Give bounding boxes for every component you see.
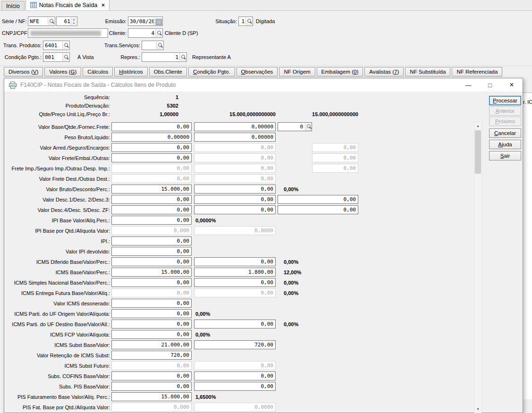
repres-magnifier-icon[interactable] [179,53,186,61]
field-row: ICMS Parti. do UF Origem Valor/Alíquota:… [4,309,486,319]
magnifier-icon[interactable] [305,123,312,131]
toolbar-button-avalistas-7[interactable]: Avalistas (7) [364,67,404,76]
serie-magnifier-icon[interactable] [48,17,54,25]
toolbar-button-valores-g[interactable]: Valores (G) [44,67,81,76]
field-label: Valor Base/Qtde./Fornec.Frete: [4,124,110,130]
situacao-magnifier-icon[interactable] [245,17,252,25]
field-cell [111,236,192,245]
tab-bar: Início Notas Fiscais de Saída × [0,0,532,11]
tab-inicio[interactable]: Início [1,1,25,10]
field-row: Subs. PIS Base/Valor: [4,381,486,392]
toolbar-button-calculos[interactable]: Cálculos [83,67,113,76]
scrollbar-thumb[interactable] [475,130,481,174]
trans-servicos-magnifier-icon[interactable] [156,42,163,49]
field-input[interactable] [111,143,192,152]
scrollbar-down-icon[interactable]: ▼ [474,405,481,413]
field-cell [278,195,358,204]
toolbar-button-condicao-pgto[interactable]: Condição Pgto. [188,67,235,76]
trans-produtos-magnifier-icon[interactable] [62,42,69,49]
toolbar-button-obs-cliente[interactable]: Obs.Cliente [149,67,187,76]
field-label: Valor IPI devolvido: [4,249,110,254]
field-input[interactable] [111,299,192,308]
maximize-button[interactable]: □ [479,78,501,92]
nf-spinner-up-icon[interactable]: ▲ [71,17,76,21]
field-input[interactable] [111,247,192,256]
field-input[interactable] [111,309,192,318]
field-input[interactable] [111,216,192,225]
field-row: IPI Base por Qtd./Alíquota Valor: [4,226,486,236]
field-input[interactable] [194,185,276,194]
field-input[interactable] [111,278,192,287]
field-input[interactable] [111,195,192,204]
cnpj-label: CNPJ/CPF: [2,30,26,36]
field-label: ICMS Simples Nacional Base/Valor/Perc.: [4,280,110,286]
field-input[interactable] [278,195,358,204]
field-cell [194,288,276,297]
field-input[interactable] [194,195,276,204]
toolbar-button-embalagem-0[interactable]: Embalagem (0) [317,67,363,76]
side-button-cancelar[interactable]: Cancelar [489,128,521,138]
dialog-titlebar[interactable]: F140CIP - Notas Fiscais de Saída - Cálcu… [4,78,523,92]
tab-close-icon[interactable]: × [101,2,105,8]
field-input[interactable] [194,122,276,131]
toolbar-button-observacoes[interactable]: Observações [236,67,278,76]
field-input[interactable] [111,122,192,131]
field-input[interactable] [194,382,276,391]
tab-notas-fiscais[interactable]: Notas Fiscais de Saída × [25,0,110,10]
field-input[interactable] [111,185,192,194]
field-input[interactable] [111,340,192,349]
field-input[interactable] [111,371,192,380]
field-input[interactable] [111,236,192,245]
field-cell [111,122,192,131]
field-input[interactable] [111,257,192,266]
condicao-pgto-magnifier-icon[interactable] [62,53,69,61]
toolbar-button-nf-origem[interactable]: NF Origem [279,67,315,76]
trans-servicos-field-wrap [142,41,164,50]
side-button-processar[interactable]: Processar [489,96,521,105]
minimize-button[interactable]: — [457,78,479,92]
field-input[interactable] [111,330,192,339]
field-cell [194,164,276,173]
field-input[interactable] [111,320,192,329]
scrollbar-up-icon[interactable]: ▲ [474,122,481,130]
field-input[interactable] [194,133,276,142]
field-input[interactable] [111,153,192,162]
field-row: ICMS FCP Valor/Alíquota:0,00% [4,329,486,340]
field-cell [194,340,276,349]
field-input[interactable] [111,392,192,401]
field-input[interactable] [194,320,276,329]
field-input[interactable] [194,268,276,277]
toolbar-button-nf-substituida[interactable]: NF Substituída [405,67,450,76]
close-button[interactable]: × [501,78,523,92]
field-input[interactable] [194,340,276,349]
toolbar-button-historicos[interactable]: Históricos [114,67,148,76]
field-label: Subs. PIS Base/Valor: [4,384,110,389]
field-input[interactable] [194,205,276,214]
emissao-calendar-icon[interactable] [154,17,162,25]
field-input[interactable] [111,351,192,360]
field-label: IPI.: [4,238,110,244]
tab-inicio-label: Início [6,3,20,9]
emissao-field-wrap [128,17,163,26]
side-button-ajuda[interactable]: Ajuda [489,140,521,149]
field-input[interactable] [111,268,192,277]
cliente-magnifier-icon[interactable] [155,29,162,37]
side-button-sair[interactable]: Sair [489,151,521,160]
field-input[interactable] [111,133,192,142]
field-input[interactable] [111,205,192,214]
static-value: 1 [111,94,178,100]
field-input[interactable] [194,371,276,380]
toolbar-button-diversos-v[interactable]: Diversos (V) [4,67,43,76]
static-value: 15.000,0000000000 [278,111,358,117]
field-label: Valor Desc.1/Desc. 2/Desc.3: [4,197,110,202]
dialog-scrollbar[interactable]: ▲ ▼ [474,122,482,413]
percent-value: 0,00% [284,290,298,296]
nf-spinner-down-icon[interactable]: ▼ [71,21,76,25]
field-input[interactable] [111,382,192,391]
field-cell [111,330,192,339]
field-input[interactable] [194,257,276,266]
field-input[interactable] [194,278,276,287]
field-input[interactable] [278,205,358,214]
field-input [111,226,192,235]
toolbar-button-nf-referenciada[interactable]: NF Referenciada [452,67,502,76]
